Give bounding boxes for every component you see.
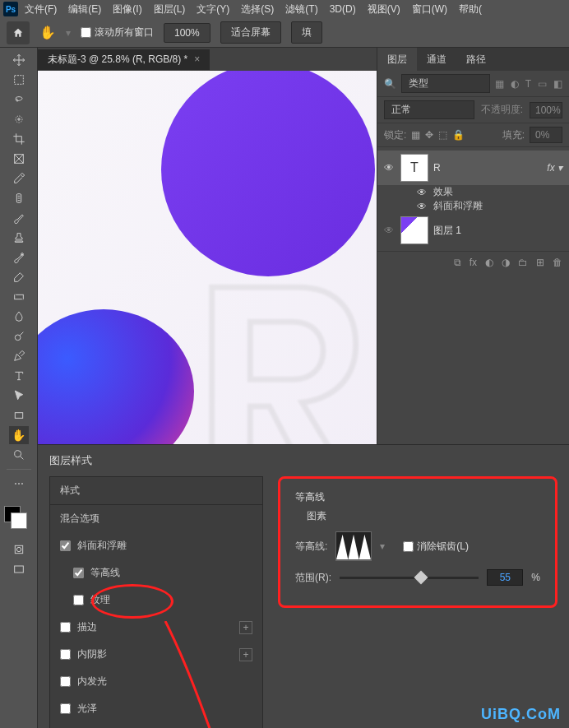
zoom-tool[interactable] xyxy=(9,446,29,464)
menu-layer[interactable]: 图层(L) xyxy=(149,1,191,18)
menu-type[interactable]: 文字(Y) xyxy=(192,1,234,18)
fit-screen-button[interactable]: 适合屏幕 xyxy=(220,21,281,44)
layer-name[interactable]: R xyxy=(433,162,441,174)
fx-badge[interactable]: fx ▾ xyxy=(547,162,562,174)
history-brush-tool[interactable] xyxy=(9,248,29,267)
pen-tool[interactable] xyxy=(9,347,29,365)
blending-options[interactable]: 混合选项 xyxy=(50,505,262,532)
marquee-tool[interactable] xyxy=(9,71,29,89)
add-icon[interactable]: + xyxy=(239,648,252,661)
style-contour[interactable]: 等高线 xyxy=(50,559,262,587)
dodge-tool[interactable] xyxy=(9,327,29,345)
zoom-input[interactable]: 100% xyxy=(164,23,210,43)
range-input[interactable] xyxy=(487,569,523,586)
lock-artboard-icon[interactable]: ⬚ xyxy=(438,129,447,141)
filter-adjust-icon[interactable]: ◐ xyxy=(511,78,519,90)
tab-paths[interactable]: 路径 xyxy=(456,48,496,71)
lasso-tool[interactable] xyxy=(9,90,29,109)
frame-tool[interactable] xyxy=(9,150,29,168)
tab-channels[interactable]: 通道 xyxy=(417,48,456,71)
layer-thumb xyxy=(400,216,428,244)
crop-tool[interactable] xyxy=(9,130,29,148)
canvas[interactable] xyxy=(38,71,377,482)
layer-row[interactable]: 👁 图层 1 xyxy=(377,213,569,248)
close-icon[interactable]: × xyxy=(194,53,200,65)
move-tool[interactable] xyxy=(9,51,29,69)
link-icon[interactable]: ⧉ xyxy=(454,257,461,268)
visibility-icon[interactable]: 👁 xyxy=(384,225,396,236)
fx-header[interactable]: 👁 效果 xyxy=(377,185,569,199)
style-color-overlay[interactable]: 颜色叠加+ xyxy=(50,722,262,728)
scroll-all-label: 滚动所有窗口 xyxy=(95,26,154,39)
document-tab[interactable]: 未标题-3 @ 25.8% (R, RGB/8) * × xyxy=(38,49,210,70)
lock-position-icon[interactable]: ✥ xyxy=(425,129,433,141)
filter-shape-icon[interactable]: ▭ xyxy=(538,78,547,90)
style-stroke[interactable]: 描边+ xyxy=(50,614,262,641)
scroll-all-checkbox[interactable]: 滚动所有窗口 xyxy=(81,26,154,39)
menu-view[interactable]: 视图(V) xyxy=(363,1,405,18)
brush-tool[interactable] xyxy=(9,209,29,227)
eraser-tool[interactable] xyxy=(9,268,29,286)
menu-file[interactable]: 文件(F) xyxy=(20,1,62,18)
hand-tool[interactable]: ✋ xyxy=(9,426,29,444)
lock-all-icon[interactable]: 🔒 xyxy=(452,129,465,141)
background-swatch[interactable] xyxy=(11,512,27,529)
menu-window[interactable]: 窗口(W) xyxy=(407,1,452,18)
new-layer-icon[interactable]: ⊞ xyxy=(536,257,544,268)
chevron-down-icon[interactable]: ▾ xyxy=(380,540,385,552)
style-inner-glow[interactable]: 内发光 xyxy=(50,668,262,695)
layer-name[interactable]: 图层 1 xyxy=(433,224,461,238)
opacity-input[interactable]: 100% xyxy=(530,102,562,118)
visibility-icon[interactable]: 👁 xyxy=(384,162,396,174)
home-button[interactable] xyxy=(7,21,30,44)
delete-icon[interactable]: 🗑 xyxy=(553,257,562,268)
group-icon[interactable]: 🗀 xyxy=(518,257,528,268)
mask-icon[interactable]: ◐ xyxy=(485,257,493,268)
quick-select-tool[interactable] xyxy=(9,110,29,128)
visibility-icon[interactable]: 👁 xyxy=(417,187,428,198)
menu-select[interactable]: 选择(S) xyxy=(236,1,279,18)
stamp-tool[interactable] xyxy=(9,229,29,247)
range-slider[interactable] xyxy=(340,577,479,579)
menu-3d[interactable]: 3D(D) xyxy=(325,2,361,16)
fill-screen-button[interactable]: 填 xyxy=(291,21,322,44)
antialias-checkbox[interactable]: 消除锯齿(L) xyxy=(403,540,469,554)
layer-row[interactable]: 👁 T R fx ▾ xyxy=(377,151,569,185)
rectangle-tool[interactable] xyxy=(9,406,29,424)
adjustment-icon[interactable]: ◑ xyxy=(502,257,510,268)
slider-thumb[interactable] xyxy=(414,570,428,584)
lock-pixels-icon[interactable]: ▦ xyxy=(411,129,420,141)
fill-input[interactable]: 0% xyxy=(530,127,562,143)
eyedropper-tool[interactable] xyxy=(9,169,29,188)
lock-row: 锁定: ▦ ✥ ⬚ 🔒 填充: 0% xyxy=(377,123,569,147)
contour-picker[interactable] xyxy=(335,531,372,561)
style-bevel[interactable]: 斜面和浮雕 xyxy=(50,532,262,559)
type-tool[interactable] xyxy=(9,367,29,385)
screen-mode-tool[interactable] xyxy=(9,560,29,578)
filter-kind-dropdown[interactable]: 类型 xyxy=(401,74,490,93)
fx-item[interactable]: 👁 斜面和浮雕 xyxy=(377,199,569,213)
style-inner-shadow[interactable]: 内阴影+ xyxy=(50,641,262,668)
style-satin[interactable]: 光泽 xyxy=(50,695,262,722)
menu-image[interactable]: 图像(I) xyxy=(108,1,146,18)
visibility-icon[interactable]: 👁 xyxy=(417,201,428,212)
gradient-tool[interactable] xyxy=(9,288,29,306)
color-swatches[interactable] xyxy=(4,501,34,531)
blend-mode-dropdown[interactable]: 正常 xyxy=(384,100,474,119)
fx-icon[interactable]: fx xyxy=(470,257,477,268)
style-list-header[interactable]: 样式 xyxy=(50,477,262,505)
tab-layers[interactable]: 图层 xyxy=(377,48,417,71)
add-icon[interactable]: + xyxy=(239,621,252,634)
blur-tool[interactable] xyxy=(9,308,29,326)
quick-mask-tool[interactable] xyxy=(9,540,29,559)
healing-tool[interactable] xyxy=(9,189,29,207)
filter-pixel-icon[interactable]: ▦ xyxy=(495,78,504,90)
menu-filter[interactable]: 滤镜(T) xyxy=(280,1,322,18)
style-texture[interactable]: 纹理 xyxy=(50,587,262,614)
menu-help[interactable]: 帮助( xyxy=(454,1,487,18)
menu-edit[interactable]: 编辑(E) xyxy=(63,1,106,18)
filter-smart-icon[interactable]: ◧ xyxy=(553,78,562,90)
edit-toolbar[interactable]: ⋯ xyxy=(9,475,29,493)
path-select-tool[interactable] xyxy=(9,387,29,405)
filter-type-icon[interactable]: T xyxy=(525,78,531,90)
